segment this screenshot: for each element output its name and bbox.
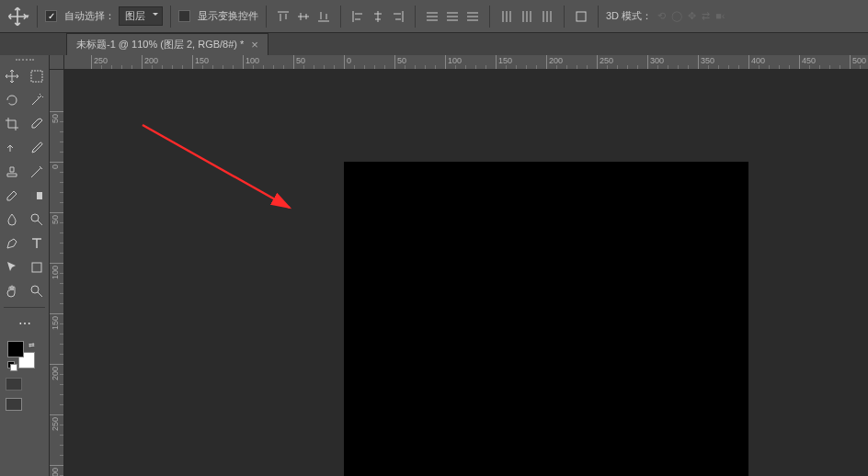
mode-3d-group: 3D 模式： ⟲ ◯ ✥ ⇄ ■‹ [606, 9, 725, 23]
reset-colors-icon[interactable] [7, 361, 15, 368]
align-left-icon[interactable] [348, 7, 367, 26]
document-tab[interactable]: 未标题-1 @ 110% (图层 2, RGB/8#) * × [66, 33, 268, 55]
distribute-group-2 [497, 7, 556, 26]
distribute-group-1 [423, 7, 482, 26]
divider [598, 6, 599, 28]
auto-select-label: 自动选择： [64, 9, 115, 23]
marquee-tool[interactable] [25, 64, 50, 88]
blur-tool[interactable] [0, 208, 25, 232]
canvas-viewport[interactable] [64, 70, 868, 476]
divider [340, 6, 341, 28]
wand-tool[interactable] [25, 88, 50, 112]
svg-rect-3 [31, 192, 37, 199]
align-hcenter-icon[interactable] [369, 7, 387, 26]
move-tool-indicator[interactable]: ▾ [7, 6, 29, 28]
distribute-vcenter-icon[interactable] [443, 7, 462, 26]
document-canvas[interactable] [344, 162, 748, 476]
align-top-icon[interactable] [274, 7, 292, 26]
show-transform-checkbox[interactable]: 显示变换控件 [178, 9, 258, 23]
layer-dropdown[interactable]: 图层 [119, 6, 163, 26]
divider [415, 6, 416, 28]
move-tool[interactable] [0, 64, 25, 88]
dodge-tool[interactable] [25, 208, 50, 232]
3d-pan-icon[interactable]: ✥ [688, 10, 696, 22]
distribute-right-icon[interactable] [538, 7, 556, 26]
checkbox-icon [45, 10, 57, 22]
align-vcenter-icon[interactable] [294, 7, 313, 26]
canvas-area: 2502001501005005010015020025030035040045… [50, 55, 868, 476]
distribute-top-icon[interactable] [423, 7, 441, 26]
shape-tool[interactable] [25, 255, 50, 279]
color-swatches[interactable]: ⇄ [7, 341, 35, 368]
auto-select-checkbox[interactable]: 自动选择： [45, 9, 115, 23]
heal-tool[interactable] [0, 136, 25, 160]
stamp-tool[interactable] [0, 160, 25, 184]
panel-grip[interactable] [0, 55, 49, 64]
3d-orbit-icon[interactable]: ⟲ [657, 10, 666, 22]
3d-slide-icon[interactable]: ⇄ [702, 10, 710, 22]
3d-zoom-icon[interactable]: ■‹ [715, 10, 725, 22]
edit-toolbar-icon[interactable]: ⋯ [0, 312, 49, 335]
horizontal-ruler[interactable]: 2502001501005005010015020025030035040045… [64, 55, 868, 70]
svg-point-6 [31, 286, 39, 293]
svg-rect-0 [577, 12, 586, 21]
svg-line-7 [143, 125, 290, 208]
auto-align-group [572, 7, 590, 26]
eraser-tool[interactable] [0, 184, 25, 208]
align-right-icon[interactable] [389, 7, 407, 26]
foreground-color[interactable] [7, 341, 24, 357]
divider [170, 6, 171, 28]
history-brush-tool[interactable] [25, 160, 50, 184]
checkbox-icon [178, 10, 190, 22]
tools-panel: ⋯ ⇄ [0, 55, 50, 476]
lasso-tool[interactable] [0, 88, 25, 112]
svg-rect-1 [31, 71, 42, 82]
divider [489, 6, 490, 28]
distribute-hcenter-icon[interactable] [518, 7, 536, 26]
align-group-1 [274, 7, 333, 26]
svg-rect-5 [32, 263, 41, 272]
gradient-tool[interactable] [25, 184, 50, 208]
hand-tool[interactable] [0, 279, 25, 303]
auto-align-icon[interactable] [572, 7, 590, 26]
distribute-bottom-icon[interactable] [463, 7, 482, 26]
crop-tool[interactable] [0, 112, 25, 136]
screenmode-icon[interactable] [6, 398, 22, 411]
pen-tool[interactable] [0, 232, 25, 255]
ruler-origin[interactable] [50, 55, 64, 70]
zoom-tool[interactable] [25, 279, 50, 303]
annotation-arrow [138, 120, 303, 221]
vertical-ruler[interactable]: 50050100150200250300 [50, 70, 64, 476]
close-icon[interactable]: × [251, 39, 258, 51]
brush-tool[interactable] [25, 136, 50, 160]
tab-title: 未标题-1 @ 110% (图层 2, RGB/8#) * [76, 38, 244, 51]
distribute-left-icon[interactable] [497, 7, 516, 26]
divider [266, 6, 267, 28]
divider [564, 6, 565, 28]
divider [37, 6, 38, 28]
3d-roll-icon[interactable]: ◯ [671, 10, 682, 22]
eyedropper-tool[interactable] [25, 112, 50, 136]
svg-point-4 [31, 214, 39, 221]
show-transform-label: 显示变换控件 [198, 9, 258, 23]
align-bottom-icon[interactable] [314, 7, 333, 26]
type-tool[interactable] [25, 232, 50, 255]
swap-colors-icon[interactable]: ⇄ [29, 341, 35, 349]
quickmask-icon[interactable] [6, 378, 22, 391]
path-select-tool[interactable] [0, 255, 25, 279]
align-group-2 [348, 7, 407, 26]
